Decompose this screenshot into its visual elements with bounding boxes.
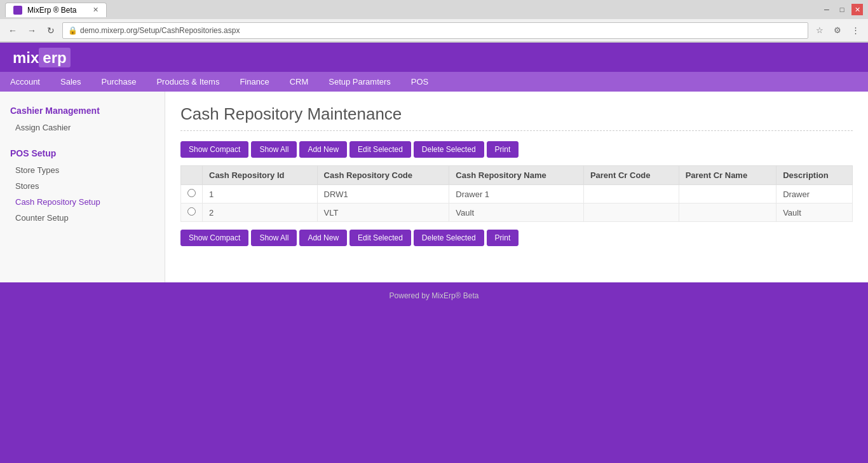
col-description: Description [776,166,853,185]
logo[interactable]: mixerp [13,49,71,72]
main-nav: Account Sales Purchase Products & Items … [0,72,868,92]
row2-radio[interactable] [187,207,196,216]
main-content: Cash Repository Maintenance Show Compact… [165,92,868,282]
browser-toolbar: ← → ↻ 🔒 demo.mixerp.org/Setup/CashReposi… [0,19,868,42]
row2-name: Vault [449,204,584,222]
col-id: Cash Repository Id [203,166,318,185]
minimize-button[interactable]: ─ [821,4,832,15]
window-controls: ─ □ ✕ [821,4,863,15]
footer-text: Powered by MixErp® Beta [390,291,479,300]
nav-item-account[interactable]: Account [0,72,50,92]
row2-description: Vault [776,204,853,222]
nav-item-finance[interactable]: Finance [229,72,279,92]
row2-parent-name [679,204,776,222]
sidebar-item-counter-setup[interactable]: Counter Setup [0,210,165,226]
app-header: mixerp [0,43,868,72]
row2-radio-cell[interactable] [181,204,203,222]
toolbar-actions: ☆ ⚙ ⋮ [812,23,863,38]
row1-parent-name [679,185,776,204]
page-title: Cash Repository Maintenance [180,104,853,131]
sidebar-item-store-types[interactable]: Store Types [0,162,165,178]
maximize-button[interactable]: □ [836,4,848,15]
sidebar: Cashier Management Assign Cashier POS Se… [0,92,165,282]
top-show-all-button[interactable]: Show All [251,141,297,158]
bottom-delete-selected-button[interactable]: Delete Selected [414,230,484,246]
nav-item-purchase[interactable]: Purchase [92,72,147,92]
back-button[interactable]: ← [5,23,20,38]
tab-title: MixErp ® Beta [27,6,77,15]
address-bar[interactable]: 🔒 demo.mixerp.org/Setup/CashRepositories… [62,22,808,39]
sidebar-item-cash-repository-setup[interactable]: Cash Repository Setup [0,194,165,210]
lock-icon: 🔒 [68,26,78,35]
nav-item-pos[interactable]: POS [401,72,438,92]
row1-id: 1 [203,185,318,204]
row1-radio-cell[interactable] [181,185,203,204]
top-toolbar: Show Compact Show All Add New Edit Selec… [180,141,853,158]
col-code: Cash Repository Code [317,166,449,185]
bottom-show-all-button[interactable]: Show All [251,230,297,246]
url-text: demo.mixerp.org/Setup/CashRepositories.a… [80,26,240,35]
top-add-new-button[interactable]: Add New [299,141,347,158]
row2-parent-code [583,204,679,222]
nav-item-setup[interactable]: Setup Paramters [318,72,401,92]
data-table: Cash Repository Id Cash Repository Code … [180,165,853,222]
logo-erp: erp [39,48,70,67]
sidebar-item-assign-cashier[interactable]: Assign Cashier [0,120,165,135]
row1-description: Drawer [776,185,853,204]
sidebar-item-stores[interactable]: Stores [0,178,165,194]
nav-item-crm[interactable]: CRM [280,72,319,92]
bottom-add-new-button[interactable]: Add New [299,230,347,246]
row1-code: DRW1 [317,185,449,204]
tab-favicon [13,6,22,15]
col-name: Cash Repository Name [449,166,584,185]
browser-titlebar: MixErp ® Beta ✕ ─ □ ✕ [0,0,868,19]
forward-button[interactable]: → [24,23,39,38]
top-delete-selected-button[interactable]: Delete Selected [414,141,484,158]
row1-name: Drawer 1 [449,185,584,204]
content-wrapper: Cashier Management Assign Cashier POS Se… [0,92,868,282]
sidebar-pos-setup-title[interactable]: POS Setup [0,144,165,162]
close-button[interactable]: ✕ [851,4,863,15]
top-print-button[interactable]: Print [487,141,519,158]
nav-item-sales[interactable]: Sales [50,72,92,92]
browser-chrome: MixErp ® Beta ✕ ─ □ ✕ ← → ↻ 🔒 demo.mixer… [0,0,868,43]
browser-tab[interactable]: MixErp ® Beta ✕ [5,3,107,17]
row2-code: VLT [317,204,449,222]
bottom-toolbar: Show Compact Show All Add New Edit Selec… [180,230,853,246]
bottom-print-button[interactable]: Print [487,230,519,246]
col-select [181,166,203,185]
sidebar-cashier-management-title[interactable]: Cashier Management [0,102,165,120]
row1-radio[interactable] [187,189,196,197]
tab-close-icon[interactable]: ✕ [93,6,98,14]
logo-mix: mix [13,49,39,66]
col-parent-code: Parent Cr Code [583,166,679,185]
col-parent-name: Parent Cr Name [679,166,776,185]
table-row: 1 DRW1 Drawer 1 Drawer [181,185,853,204]
page-footer: Powered by MixErp® Beta [0,282,868,309]
row1-parent-code [583,185,679,204]
extension-icon[interactable]: ⚙ [830,23,845,38]
nav-item-products[interactable]: Products & Items [146,72,229,92]
reload-button[interactable]: ↻ [43,23,58,38]
table-row: 2 VLT Vault Vault [181,204,853,222]
bottom-show-compact-button[interactable]: Show Compact [180,230,248,246]
top-edit-selected-button[interactable]: Edit Selected [349,141,411,158]
bottom-edit-selected-button[interactable]: Edit Selected [349,230,411,246]
menu-icon[interactable]: ⋮ [848,23,863,38]
table-header-row: Cash Repository Id Cash Repository Code … [181,166,853,185]
bookmark-icon[interactable]: ☆ [812,23,827,38]
top-show-compact-button[interactable]: Show Compact [180,141,248,158]
row2-id: 2 [203,204,318,222]
